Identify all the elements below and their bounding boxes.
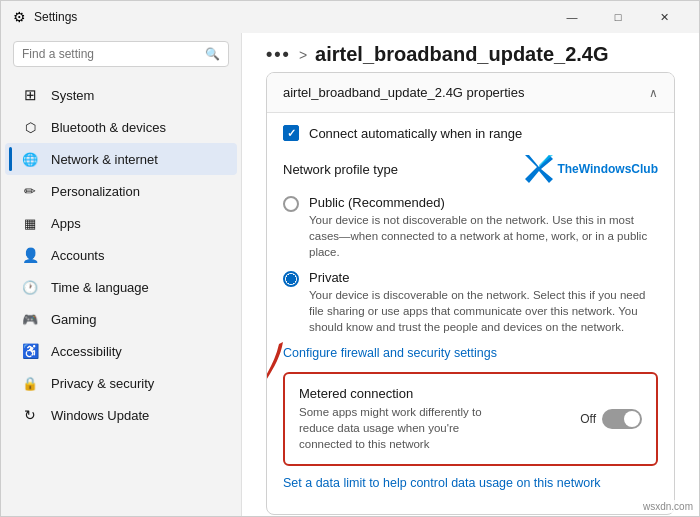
sidebar-item-personalization[interactable]: ✏ Personalization <box>5 175 237 207</box>
properties-header-title: airtel_broadband_update_2.4G properties <box>283 85 524 100</box>
sidebar-item-system[interactable]: ⊞ System <box>5 79 237 111</box>
sidebar-item-label: Apps <box>51 216 81 231</box>
breadcrumb-separator: > <box>299 47 307 63</box>
public-radio[interactable] <box>283 196 299 212</box>
auto-connect-row: Connect automatically when in range <box>283 125 658 141</box>
apps-icon: ▦ <box>21 214 39 232</box>
main-content: 🔍 ⊞ System ⬡ Bluetooth & devices 🌐 Netwo… <box>1 33 699 516</box>
sidebar-item-time[interactable]: 🕐 Time & language <box>5 271 237 303</box>
sidebar-item-label: Accessibility <box>51 344 122 359</box>
svg-marker-0 <box>525 155 553 183</box>
title-bar: ⚙ Settings — □ ✕ <box>1 1 699 33</box>
sidebar-item-gaming[interactable]: 🎮 Gaming <box>5 303 237 335</box>
sidebar-item-accounts[interactable]: 👤 Accounts <box>5 239 237 271</box>
title-bar-controls: — □ ✕ <box>549 1 687 33</box>
settings-window: ⚙ Settings — □ ✕ 🔍 ⊞ System ⬡ Bluetooth … <box>0 0 700 517</box>
search-box[interactable]: 🔍 <box>13 41 229 67</box>
sidebar-item-update[interactable]: ↻ Windows Update <box>5 399 237 431</box>
firewall-link[interactable]: Configure firewall and security settings <box>283 346 658 360</box>
data-limit-link[interactable]: Set a data limit to help control data us… <box>283 476 658 490</box>
close-button[interactable]: ✕ <box>641 1 687 33</box>
sidebar-item-label: Bluetooth & devices <box>51 120 166 135</box>
toggle-track[interactable] <box>602 409 642 429</box>
breadcrumb-dots[interactable]: ••• <box>266 44 291 65</box>
time-icon: 🕐 <box>21 278 39 296</box>
sidebar-item-privacy[interactable]: 🔒 Privacy & security <box>5 367 237 399</box>
private-desc: Your device is discoverable on the netwo… <box>309 287 658 335</box>
watermark-x-icon <box>525 155 553 183</box>
auto-connect-label: Connect automatically when in range <box>309 126 522 141</box>
public-option[interactable]: Public (Recommended) Your device is not … <box>283 195 658 260</box>
window-title: Settings <box>34 10 77 24</box>
sidebar-item-label: Time & language <box>51 280 149 295</box>
private-radio[interactable] <box>283 271 299 287</box>
right-panel: ••• > airtel_broadband_update_2.4G airte… <box>241 33 699 516</box>
private-title: Private <box>309 270 658 285</box>
metered-toggle[interactable]: Off <box>580 409 642 429</box>
private-content: Private Your device is discoverable on t… <box>309 270 658 335</box>
accounts-icon: 👤 <box>21 246 39 264</box>
metered-connection-box: Metered connection Some apps might work … <box>283 372 658 466</box>
accessibility-icon: ♿ <box>21 342 39 360</box>
profile-type-row: Network profile type TheWindowsClub <box>283 155 658 183</box>
private-option[interactable]: Private Your device is discoverable on t… <box>283 270 658 335</box>
profile-type-label: Network profile type <box>283 162 398 177</box>
metered-left: Metered connection Some apps might work … <box>299 386 499 452</box>
red-arrow <box>266 332 313 442</box>
metered-section: Metered connection Some apps might work … <box>283 372 658 466</box>
properties-body: Connect automatically when in range Netw… <box>267 113 674 514</box>
sidebar-item-bluetooth[interactable]: ⬡ Bluetooth & devices <box>5 111 237 143</box>
properties-card: airtel_broadband_update_2.4G properties … <box>266 72 675 515</box>
breadcrumb-title: airtel_broadband_update_2.4G <box>315 43 608 66</box>
system-icon: ⊞ <box>21 86 39 104</box>
radio-section: Public (Recommended) Your device is not … <box>283 195 658 336</box>
corner-watermark: wsxdn.com <box>640 500 696 513</box>
sidebar: 🔍 ⊞ System ⬡ Bluetooth & devices 🌐 Netwo… <box>1 33 241 516</box>
search-input[interactable] <box>22 47 199 61</box>
watermark-logo: TheWindowsClub <box>525 155 658 183</box>
sidebar-item-label: Network & internet <box>51 152 158 167</box>
toggle-label: Off <box>580 412 596 426</box>
title-bar-left: ⚙ Settings <box>13 9 77 25</box>
sidebar-item-label: Personalization <box>51 184 140 199</box>
minimize-button[interactable]: — <box>549 1 595 33</box>
public-content: Public (Recommended) Your device is not … <box>309 195 658 260</box>
metered-desc: Some apps might work differently to redu… <box>299 404 499 452</box>
content-area: airtel_broadband_update_2.4G properties … <box>242 72 699 516</box>
breadcrumb: ••• > airtel_broadband_update_2.4G <box>242 33 699 72</box>
gaming-icon: 🎮 <box>21 310 39 328</box>
sidebar-item-label: Accounts <box>51 248 104 263</box>
sidebar-item-accessibility[interactable]: ♿ Accessibility <box>5 335 237 367</box>
auto-connect-checkbox[interactable] <box>283 125 299 141</box>
sidebar-item-apps[interactable]: ▦ Apps <box>5 207 237 239</box>
metered-title: Metered connection <box>299 386 499 401</box>
personalization-icon: ✏ <box>21 182 39 200</box>
public-title: Public (Recommended) <box>309 195 658 210</box>
sidebar-item-label: Windows Update <box>51 408 149 423</box>
search-icon: 🔍 <box>205 47 220 61</box>
network-icon: 🌐 <box>21 150 39 168</box>
app-icon: ⚙ <box>13 9 26 25</box>
properties-header: airtel_broadband_update_2.4G properties … <box>267 73 674 113</box>
update-icon: ↻ <box>21 406 39 424</box>
sidebar-item-label: System <box>51 88 94 103</box>
chevron-up-icon[interactable]: ∧ <box>649 86 658 100</box>
sidebar-item-label: Gaming <box>51 312 97 327</box>
privacy-icon: 🔒 <box>21 374 39 392</box>
watermark-text: TheWindowsClub <box>557 162 658 176</box>
sidebar-item-label: Privacy & security <box>51 376 154 391</box>
maximize-button[interactable]: □ <box>595 1 641 33</box>
bluetooth-icon: ⬡ <box>21 118 39 136</box>
sidebar-item-network[interactable]: 🌐 Network & internet <box>5 143 237 175</box>
toggle-thumb <box>624 411 640 427</box>
svg-marker-1 <box>539 155 553 167</box>
public-desc: Your device is not discoverable on the n… <box>309 212 658 260</box>
